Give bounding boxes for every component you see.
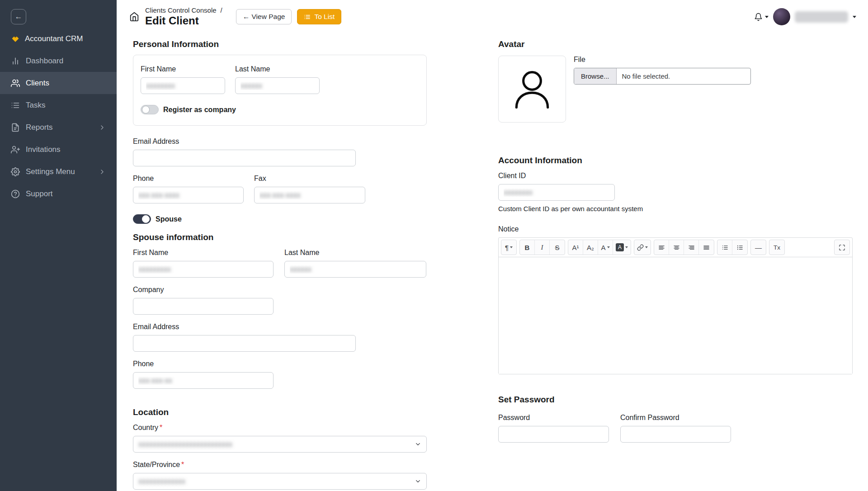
- sidebar-item-support[interactable]: Support: [0, 183, 117, 205]
- client-id-help-text: Custom Client ID as per own accountant s…: [498, 205, 853, 212]
- notice-editor: ¶ B I S A¹ A₂ A A: [498, 237, 853, 374]
- password-label: Password: [498, 414, 609, 422]
- dashboard-icon: [11, 57, 20, 66]
- notifications-button[interactable]: [754, 13, 769, 21]
- to-list-button[interactable]: To List: [297, 9, 341, 24]
- subscript-button[interactable]: A₂: [583, 240, 598, 255]
- sidebar-item-label: Invitations: [26, 145, 61, 154]
- client-id-input[interactable]: [498, 184, 615, 201]
- location-title: Location: [133, 407, 427, 417]
- header-right: xxxxxxxxxxxx: [754, 8, 856, 25]
- confirm-password-input[interactable]: [620, 426, 731, 443]
- email-input[interactable]: [133, 150, 356, 166]
- align-justify-icon: [703, 244, 710, 251]
- breadcrumb[interactable]: Clients Control Console/: [145, 6, 222, 14]
- top-header: Clients Control Console/ Edit Client ← V…: [117, 0, 868, 33]
- horizontal-rule-button[interactable]: —: [751, 240, 766, 255]
- personal-info-title: Personal Information: [133, 39, 427, 49]
- chevron-down-icon: [415, 478, 421, 485]
- confirm-password-label: Confirm Password: [620, 414, 731, 422]
- title-block: Clients Control Console/ Edit Client: [145, 6, 222, 27]
- ordered-list-icon: [736, 244, 743, 251]
- superscript-button[interactable]: A¹: [568, 240, 583, 255]
- fullscreen-button[interactable]: [835, 240, 849, 255]
- caret-down-icon: [625, 246, 628, 248]
- content: Personal Information First Name Last Nam…: [117, 33, 868, 491]
- spouse-company-input[interactable]: [133, 298, 274, 315]
- phone-label: Phone: [133, 175, 244, 183]
- list-icon: [304, 14, 311, 20]
- sidebar-item-label: Support: [26, 189, 53, 198]
- align-left-icon: [658, 244, 665, 251]
- personal-info-card: First Name Last Name Register as company: [133, 55, 427, 126]
- country-label: Country*: [133, 424, 427, 432]
- spouse-phone-input[interactable]: [133, 372, 274, 389]
- font-color-button[interactable]: A: [598, 240, 613, 255]
- left-column: Personal Information First Name Last Nam…: [133, 39, 427, 491]
- toggle-knob: [142, 215, 150, 223]
- country-select[interactable]: xxxxxxxxxxxxxxxxxxxxxxxxxx: [133, 436, 427, 453]
- sidebar: ← Accountant CRM Dashboard Clients Tasks: [0, 0, 117, 491]
- link-icon: [637, 244, 644, 251]
- phone-input[interactable]: [133, 187, 244, 203]
- link-button[interactable]: [634, 240, 651, 255]
- spouse-toggle[interactable]: [133, 214, 151, 224]
- user-plus-icon: [11, 145, 20, 154]
- avatar-preview: [498, 56, 566, 123]
- last-name-label: Last Name: [235, 65, 320, 73]
- caret-down-icon[interactable]: [853, 16, 856, 18]
- back-button[interactable]: ←: [11, 9, 26, 24]
- sidebar-item-label: Settings Menu: [26, 167, 75, 176]
- first-name-label: First Name: [141, 65, 225, 73]
- back-arrow-icon: ←: [15, 12, 23, 21]
- browse-button[interactable]: Browse...: [574, 68, 617, 84]
- notice-text-area[interactable]: [499, 257, 852, 374]
- strikethrough-button[interactable]: S: [550, 240, 565, 255]
- brand[interactable]: Accountant CRM: [0, 27, 117, 50]
- sidebar-item-dashboard[interactable]: Dashboard: [0, 50, 117, 72]
- breadcrumb-text: Clients Control Console: [145, 6, 217, 14]
- sidebar-item-tasks[interactable]: Tasks: [0, 94, 117, 116]
- sidebar-item-invitations[interactable]: Invitations: [0, 138, 117, 161]
- spouse-last-name-input[interactable]: [284, 261, 426, 278]
- to-list-label: To List: [314, 13, 335, 21]
- last-name-input[interactable]: [235, 77, 320, 94]
- first-name-input[interactable]: [141, 77, 225, 94]
- unordered-list-icon: [722, 244, 728, 251]
- caret-down-icon: [510, 246, 513, 248]
- user-avatar[interactable]: [773, 8, 790, 25]
- fax-input[interactable]: [254, 187, 365, 203]
- sidebar-item-reports[interactable]: Reports: [0, 116, 117, 138]
- align-left-button[interactable]: [654, 240, 669, 255]
- state-select[interactable]: xxxxxxxxxxxxx: [133, 473, 427, 490]
- caret-down-icon: [765, 16, 769, 18]
- account-info-title: Account Information: [498, 155, 853, 165]
- set-password-title: Set Password: [498, 394, 853, 405]
- file-input[interactable]: Browse... No file selected.: [574, 68, 751, 85]
- clear-formatting-button[interactable]: Tx: [769, 240, 784, 255]
- list-icon: [11, 101, 20, 110]
- spouse-first-name-input[interactable]: [133, 261, 274, 278]
- user-name[interactable]: xxxxxxxxxxxx: [795, 11, 848, 23]
- align-justify-button[interactable]: [699, 240, 714, 255]
- italic-button[interactable]: I: [535, 240, 550, 255]
- editor-toolbar: ¶ B I S A¹ A₂ A A: [499, 238, 852, 257]
- sidebar-item-settings-menu[interactable]: Settings Menu: [0, 161, 117, 183]
- align-right-button[interactable]: [684, 240, 699, 255]
- ordered-list-button[interactable]: [732, 240, 747, 255]
- chevron-down-icon: [415, 441, 421, 448]
- spouse-email-input[interactable]: [133, 335, 356, 352]
- background-color-button[interactable]: A: [613, 240, 631, 255]
- bold-button[interactable]: B: [520, 240, 535, 255]
- spouse-toggle-label: Spouse: [156, 215, 182, 223]
- align-center-button[interactable]: [669, 240, 684, 255]
- report-icon: [11, 123, 20, 132]
- register-as-company-label: Register as company: [163, 106, 236, 114]
- sidebar-item-clients[interactable]: Clients: [0, 72, 117, 94]
- home-icon[interactable]: [129, 12, 139, 22]
- view-page-button[interactable]: ← View Page: [236, 9, 292, 24]
- paragraph-format-button[interactable]: ¶: [501, 240, 516, 255]
- password-input[interactable]: [498, 426, 609, 443]
- register-as-company-toggle[interactable]: [141, 105, 159, 114]
- unordered-list-button[interactable]: [717, 240, 732, 255]
